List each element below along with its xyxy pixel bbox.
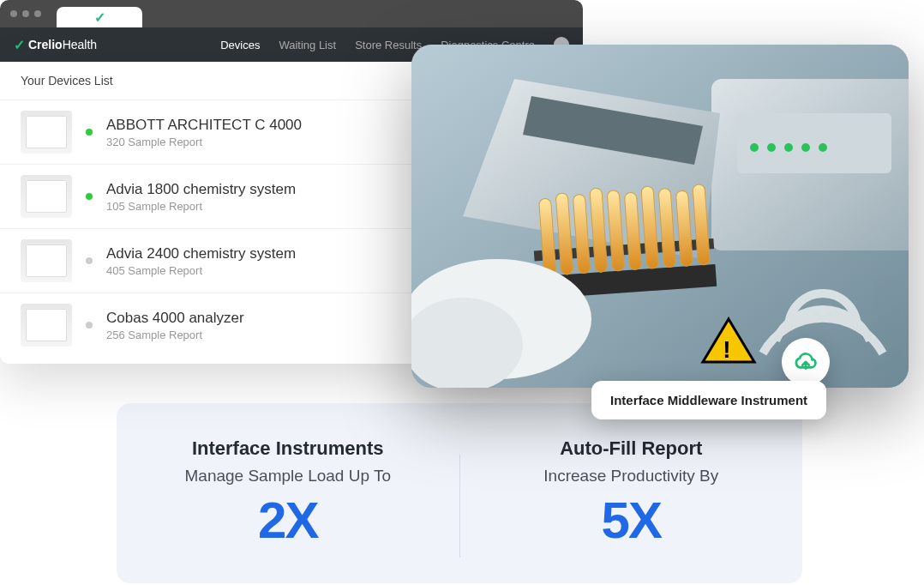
- window-dot: [10, 10, 17, 17]
- logo-check-icon: ✓: [14, 37, 25, 53]
- chip-label: Interface Middleware Instrument: [610, 393, 807, 407]
- browser-chrome: ✓: [0, 0, 583, 27]
- window-dot: [22, 10, 29, 17]
- device-thumb: [21, 239, 72, 282]
- stat-sub: Increase Productivity By: [486, 467, 777, 485]
- stat-big: 2X: [142, 491, 434, 550]
- status-dot-icon: [86, 257, 93, 264]
- logo[interactable]: ✓ CrelioHealth: [14, 37, 97, 53]
- svg-text:!: !: [723, 336, 730, 363]
- window-dot: [34, 10, 41, 17]
- status-dot-icon: [86, 193, 93, 200]
- svg-point-6: [801, 143, 810, 152]
- stat-interface-instruments: Interface Instruments Manage Sample Load…: [117, 429, 459, 583]
- nav-devices[interactable]: Devices: [220, 39, 260, 51]
- status-dot-icon: [86, 129, 93, 136]
- svg-rect-2: [737, 113, 891, 173]
- device-thumb: [21, 304, 72, 347]
- svg-point-7: [819, 143, 827, 152]
- logo-second: Health: [63, 38, 97, 51]
- stat-title: Interface Instruments: [142, 437, 434, 460]
- device-thumb: [21, 111, 72, 154]
- status-dot-icon: [86, 322, 93, 329]
- device-thumb: [21, 175, 72, 218]
- stat-sub: Manage Sample Load Up To: [142, 467, 434, 485]
- svg-point-5: [784, 143, 793, 152]
- nav-store-results[interactable]: Store Results: [355, 39, 422, 51]
- cloud-upload-icon: [782, 338, 830, 386]
- svg-point-3: [750, 143, 759, 152]
- stat-autofill-report: Auto-Fill Report Increase Productivity B…: [460, 429, 803, 583]
- stats-strip: Interface Instruments Manage Sample Load…: [117, 403, 802, 583]
- stat-title: Auto-Fill Report: [486, 437, 777, 460]
- browser-tab[interactable]: ✓: [57, 7, 142, 27]
- list-title: Your Devices List: [21, 74, 113, 87]
- nav-waiting-list[interactable]: Waiting List: [279, 39, 336, 51]
- check-icon: ✓: [94, 9, 105, 26]
- logo-first: Crelio: [28, 38, 63, 51]
- lab-photo: !: [411, 45, 909, 388]
- svg-point-4: [767, 143, 776, 152]
- stat-big: 5X: [486, 491, 777, 550]
- middleware-chip: Interface Middleware Instrument: [591, 381, 826, 419]
